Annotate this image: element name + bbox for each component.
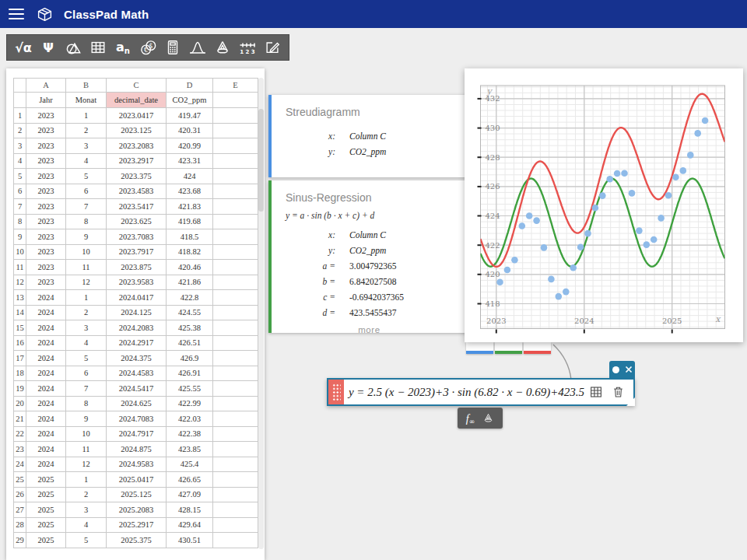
column-header[interactable]: decimal_date — [107, 93, 167, 108]
cell[interactable]: 7 — [66, 381, 107, 397]
cell[interactable]: 2024 — [26, 335, 66, 351]
cell[interactable]: 3 — [66, 138, 107, 154]
cell[interactable]: 2023 — [26, 153, 66, 169]
cell[interactable]: 4 — [66, 153, 107, 169]
cell[interactable]: 6 — [66, 366, 107, 381]
cell[interactable]: 2 — [66, 305, 107, 320]
cell[interactable]: 2023.875 — [107, 260, 167, 275]
cell[interactable]: 2024.125 — [107, 305, 167, 320]
cell[interactable] — [213, 335, 258, 351]
cell[interactable]: 1 — [66, 290, 107, 306]
cell[interactable]: 2024 — [26, 442, 66, 457]
row-number[interactable]: 13 — [14, 290, 26, 306]
cell[interactable]: 422.38 — [167, 426, 213, 442]
cell[interactable]: 2024 — [26, 290, 66, 306]
cell[interactable]: 5 — [66, 533, 107, 548]
series-tab-function[interactable] — [524, 342, 551, 354]
cell[interactable]: 12 — [66, 457, 107, 472]
cell[interactable]: 2023 — [26, 199, 66, 215]
cell[interactable]: 424 — [167, 169, 213, 184]
cell[interactable]: 423.68 — [167, 184, 213, 199]
cell[interactable]: 12 — [66, 275, 107, 290]
cell[interactable]: 2023.2083 — [107, 138, 167, 154]
cell[interactable] — [213, 502, 258, 518]
cell[interactable]: 418.82 — [167, 244, 213, 260]
cell[interactable] — [213, 457, 258, 472]
visibility-dot-icon[interactable] — [612, 366, 619, 373]
row-number[interactable]: 16 — [14, 335, 26, 351]
row-number[interactable]: 11 — [14, 260, 26, 275]
cell[interactable] — [213, 275, 258, 290]
cell[interactable]: 2024 — [26, 366, 66, 381]
column-letter[interactable]: A — [26, 79, 66, 93]
row-number[interactable]: 26 — [14, 487, 26, 502]
cell[interactable]: 2024.0417 — [107, 290, 167, 306]
cell[interactable]: 2023.0417 — [107, 108, 167, 124]
cell[interactable]: 419.68 — [167, 214, 213, 229]
cell[interactable] — [213, 366, 258, 381]
cell[interactable]: 423.31 — [167, 153, 213, 169]
column-letter[interactable]: C — [107, 79, 167, 93]
cell[interactable]: 421.83 — [167, 199, 213, 215]
menu-icon[interactable] — [9, 9, 24, 19]
row-number[interactable]: 12 — [14, 275, 26, 290]
cell[interactable]: 2023.375 — [107, 169, 167, 184]
cell[interactable]: 2025.125 — [107, 487, 167, 502]
cell[interactable]: 421.86 — [167, 275, 213, 290]
cell[interactable]: 3 — [66, 502, 107, 518]
cell[interactable] — [213, 184, 258, 199]
row-number[interactable]: 19 — [14, 381, 26, 397]
cell[interactable]: 418.5 — [167, 229, 213, 245]
row-number[interactable]: 17 — [14, 351, 26, 366]
row-number[interactable]: 18 — [14, 366, 26, 381]
cell[interactable]: 427.09 — [167, 487, 213, 502]
cell[interactable]: 2023 — [26, 275, 66, 290]
cell[interactable]: 2024 — [26, 305, 66, 320]
column-header[interactable]: Monat — [66, 93, 107, 108]
graph-icon[interactable]: Ψ — [36, 36, 61, 59]
cell[interactable]: 2025 — [26, 472, 66, 488]
cell[interactable]: 420.31 — [167, 123, 213, 138]
cell[interactable]: 2023 — [26, 169, 66, 184]
cell[interactable] — [213, 305, 258, 320]
cell[interactable]: 2023 — [26, 108, 66, 124]
function-tool-icon[interactable]: f∞ — [466, 411, 475, 425]
cell[interactable]: 2024 — [26, 411, 66, 427]
cell[interactable] — [213, 229, 258, 245]
row-number[interactable]: 8 — [14, 214, 26, 229]
cell[interactable]: 2024 — [26, 457, 66, 472]
delete-icon[interactable] — [612, 385, 625, 399]
cell[interactable]: 2023 — [26, 138, 66, 154]
sine-regression-card[interactable]: Sinus-Regression y = a · sin (b · x + c)… — [268, 180, 467, 333]
cell[interactable]: 2023 — [26, 229, 66, 245]
cell[interactable]: 2023 — [26, 184, 66, 199]
cell[interactable]: 9 — [66, 411, 107, 427]
cell[interactable]: 426.91 — [167, 366, 213, 381]
geometry-icon[interactable] — [61, 36, 86, 59]
cell[interactable]: 422.99 — [167, 396, 213, 411]
scatter-card[interactable]: Streudiagramm x:Column Cy:CO2_ppm — [268, 95, 467, 177]
cell[interactable] — [213, 290, 258, 306]
scatter-plot-canvas[interactable]: 418420422424426428430432202320242025yx — [465, 68, 743, 342]
row-number[interactable]: 6 — [14, 184, 26, 199]
cell[interactable]: 2025.0417 — [107, 472, 167, 488]
cell[interactable] — [213, 214, 258, 229]
column-header[interactable] — [213, 93, 258, 108]
cell[interactable]: 425.38 — [167, 320, 213, 336]
row-number[interactable]: 22 — [14, 426, 26, 442]
cell[interactable] — [213, 260, 258, 275]
column-header[interactable]: Jahr — [26, 93, 66, 108]
row-number[interactable]: 15 — [14, 320, 26, 336]
cell[interactable] — [213, 199, 258, 215]
cell[interactable]: 9 — [66, 229, 107, 245]
cell[interactable]: 2024.2083 — [107, 320, 167, 336]
spreadsheet-icon[interactable] — [86, 36, 110, 59]
row-number[interactable]: 3 — [14, 138, 26, 154]
resize-notch[interactable] — [626, 397, 635, 406]
row-number[interactable]: 28 — [14, 517, 26, 533]
cell[interactable]: 2025.2083 — [107, 502, 167, 518]
calculate-icon[interactable]: √α — [11, 36, 36, 59]
row-number[interactable]: 21 — [14, 411, 26, 427]
cell[interactable]: 2023.625 — [107, 214, 167, 229]
row-number[interactable]: 7 — [14, 199, 26, 215]
